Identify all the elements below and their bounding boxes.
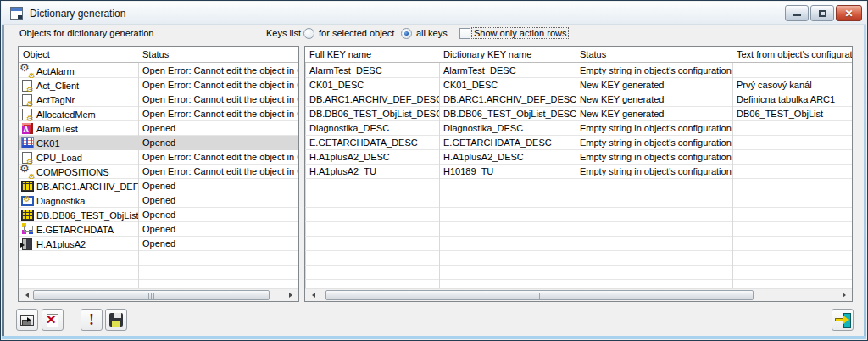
table-row[interactable]: Diagnostika_DESCDiagnostika_DESCEmpty st… xyxy=(305,121,852,136)
objects-horizontal-scrollbar[interactable] xyxy=(19,288,298,301)
window-frame-left xyxy=(2,2,4,339)
dictionary-key-cell: H.A1plusA2_DESC xyxy=(439,150,576,165)
status-cell: Open Error: Cannot edit the object in Cl xyxy=(138,64,298,78)
table-row[interactable]: ActTagNrOpen Error: Cannot edit the obje… xyxy=(19,92,298,107)
table-row[interactable]: E.GETARCHDATA_DESCE.GETARCHDATA_DESCEmpt… xyxy=(305,136,852,150)
object-name: H.A1plusA2 xyxy=(36,239,86,249)
show-only-action-rows-label[interactable]: Show only action rows xyxy=(472,28,568,38)
show-only-action-rows-checkbox[interactable] xyxy=(459,28,470,39)
key-status-cell: Empty string in object's configuration xyxy=(576,64,732,78)
arrow-right-icon xyxy=(843,293,849,298)
arrow-left-icon xyxy=(23,293,29,298)
arrow-right-icon xyxy=(289,293,295,298)
scroll-left-button[interactable] xyxy=(19,289,32,301)
table-row[interactable]: E.GETARCHDATAOpened xyxy=(19,222,298,237)
keys-table-header: Full KEY name Dictionary KEY name Status… xyxy=(305,47,852,63)
dictionary-key-cell: CK01_DESC xyxy=(439,78,576,92)
table-row[interactable]: CK01Opened xyxy=(19,136,298,150)
object-name: DB.ARC1.ARCHIV_DEF xyxy=(36,182,138,192)
config-text-cell xyxy=(732,136,852,150)
config-text-cell: Prvý casový kanál xyxy=(732,78,852,92)
dictionary-generation-window: Dictionary generation ✕ Objects for dict… xyxy=(0,0,868,341)
table-row[interactable]: H.A1plusA2_DESCH.A1plusA2_DESCEmpty stri… xyxy=(305,150,852,165)
scrollbar-thumb[interactable] xyxy=(33,290,270,300)
open-object-list-button[interactable] xyxy=(16,309,38,331)
config-text-cell xyxy=(732,150,852,165)
maximize-button[interactable] xyxy=(810,5,834,21)
minimize-button[interactable] xyxy=(785,5,809,21)
status-cell: Open Error: Cannot edit the object in Cl xyxy=(138,78,298,92)
objects-table-header: Object Status xyxy=(19,47,298,63)
object-name: ActAlarm xyxy=(36,66,75,76)
keys-rows: AlarmTest_DESCAlarmTest_DESCEmpty string… xyxy=(305,64,852,179)
column-header-text-from-config[interactable]: Text from object's configuration xyxy=(732,47,852,62)
table-row[interactable]: AlarmTest_DESCAlarmTest_DESCEmpty string… xyxy=(305,64,852,78)
status-cell: Open Error: Cannot edit the object in Cl xyxy=(138,150,298,165)
table-row[interactable]: DiagnostikaOpened xyxy=(19,193,298,208)
object-name: AlarmTest xyxy=(36,124,78,134)
data-table-icon xyxy=(21,210,34,221)
column-header-key-status[interactable]: Status xyxy=(576,47,732,62)
table-row[interactable]: AlarmTestOpened xyxy=(19,121,298,136)
key-status-cell: New KEY generated xyxy=(576,78,732,92)
table-row[interactable]: H.A1plusA2_TUH10189_TUEmpty string in ob… xyxy=(305,165,852,179)
dictionary-key-cell: DB.DB06_TEST_ObjList_DESC xyxy=(439,107,576,121)
close-button[interactable]: ✕ xyxy=(836,5,862,21)
object-name: CK01 xyxy=(36,138,60,148)
full-key-cell: AlarmTest_DESC xyxy=(305,64,439,78)
save-button[interactable] xyxy=(105,309,127,331)
column-header-status[interactable]: Status xyxy=(138,47,298,62)
dictionary-key-cell: Diagnostika_DESC xyxy=(439,121,576,136)
status-cell: Opened xyxy=(138,121,298,136)
table-row[interactable]: DB.ARC1.ARCHIV_DEFOpened xyxy=(19,179,298,193)
minimize-icon xyxy=(793,14,801,16)
status-cell: Opened xyxy=(138,237,298,251)
object-cell: H.A1plusA2 xyxy=(19,237,138,251)
scrollbar-thumb[interactable] xyxy=(326,290,754,300)
arrow-left-icon xyxy=(309,293,315,298)
table-row[interactable]: ActAlarmOpen Error: Cannot edit the obje… xyxy=(19,64,298,78)
radio-for-selected-object[interactable] xyxy=(303,28,314,39)
object-name: E.GETARCHDATA xyxy=(36,225,114,235)
key-status-cell: New KEY generated xyxy=(576,92,732,107)
key-status-cell: Empty string in object's configuration xyxy=(576,150,732,165)
object-cell: DB.DB06_TEST_ObjList xyxy=(19,208,138,222)
table-row[interactable]: CK01_DESCCK01_DESCNew KEY generatedPrvý … xyxy=(305,78,852,92)
scroll-right-button[interactable] xyxy=(838,289,852,301)
radio-all-keys[interactable] xyxy=(401,28,412,39)
status-cell: Opened xyxy=(138,136,298,150)
table-row[interactable]: H.A1plusA2Opened xyxy=(19,237,298,251)
table-row[interactable]: COMPOSITIONSOpen Error: Cannot edit the … xyxy=(19,165,298,179)
exclamation-icon: ! xyxy=(89,312,94,327)
full-key-cell: DB.DB06_TEST_ObjList_DESC xyxy=(305,107,439,121)
column-header-object[interactable]: Object xyxy=(19,47,138,62)
keys-horizontal-scrollbar[interactable] xyxy=(305,288,852,301)
exit-button[interactable] xyxy=(832,309,854,331)
titlebar[interactable]: Dictionary generation xyxy=(2,2,866,25)
dictionary-key-cell: AlarmTest_DESC xyxy=(439,64,576,78)
config-text-cell: Definicna tabulka ARC1 xyxy=(732,92,852,107)
table-row[interactable]: AllocatedMemOpen Error: Cannot edit the … xyxy=(19,107,298,121)
delete-button[interactable] xyxy=(42,309,64,331)
object-name: Act_Client xyxy=(36,81,79,91)
scroll-left-button[interactable] xyxy=(305,289,319,301)
column-header-dictionary-key-name[interactable]: Dictionary KEY name xyxy=(439,47,576,62)
table-row[interactable]: Act_ClientOpen Error: Cannot edit the ob… xyxy=(19,78,298,92)
status-cell: Open Error: Cannot edit the object in Cl xyxy=(138,165,298,179)
table-row[interactable]: CPU_LoadOpen Error: Cannot edit the obje… xyxy=(19,150,298,165)
radio-for-selected-object-label[interactable]: for selected object xyxy=(319,28,394,38)
table-row[interactable]: DB.ARC1.ARCHIV_DEF_DESCDB.ARC1.ARCHIV_DE… xyxy=(305,92,852,107)
config-text-cell xyxy=(732,64,852,78)
data-table-icon xyxy=(21,181,34,192)
document-gear-icon xyxy=(22,109,32,120)
radio-all-keys-label[interactable]: all keys xyxy=(416,28,448,38)
key-status-cell: Empty string in object's configuration xyxy=(576,136,732,150)
table-row[interactable]: DB.DB06_TEST_ObjList_DESCDB.DB06_TEST_Ob… xyxy=(305,107,852,121)
column-header-full-key-name[interactable]: Full KEY name xyxy=(305,47,439,62)
generate-button[interactable]: ! xyxy=(81,309,103,331)
app-icon xyxy=(10,7,23,20)
window-title: Dictionary generation xyxy=(30,8,125,20)
table-row[interactable]: DB.DB06_TEST_ObjListOpened xyxy=(19,208,298,222)
status-cell: Opened xyxy=(138,222,298,237)
scroll-right-button[interactable] xyxy=(285,289,298,301)
